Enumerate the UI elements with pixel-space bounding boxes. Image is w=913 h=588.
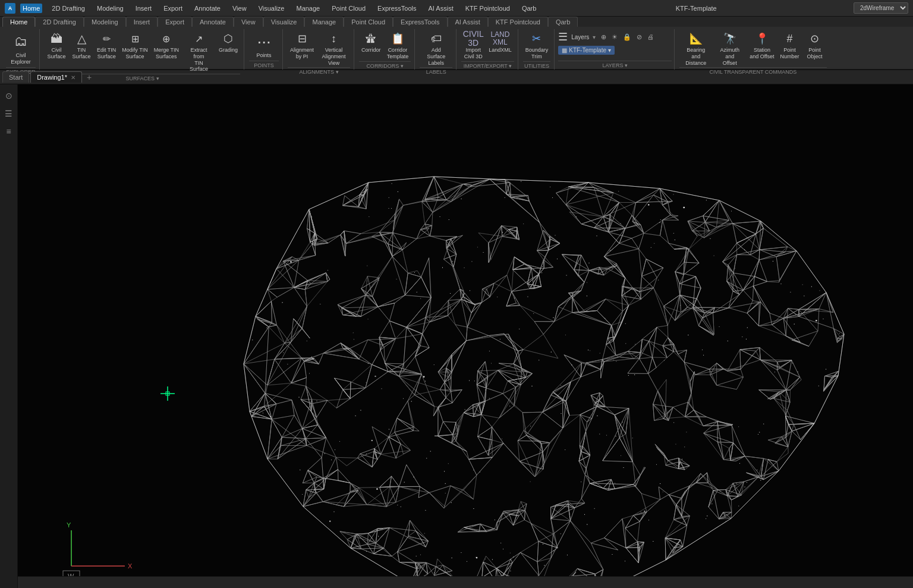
tab-add-button[interactable]: + [83,71,95,84]
alignment-by-pi-button[interactable]: ⊟ Alignmentby PI [288,30,316,61]
ribbon-tab-modeling[interactable]: Modeling [84,17,126,27]
points-button[interactable]: ·∙· Points [249,30,279,61]
ribbon-tab-export[interactable]: Export [158,17,192,27]
menu-2d-drafting[interactable]: 2D Drafting [49,4,87,13]
point-object-button[interactable]: ⊙ PointObject [803,30,827,61]
svg-point-1260 [509,405,510,406]
svg-point-1349 [396,279,397,279]
menu-home[interactable]: Home [20,4,42,13]
svg-point-1229 [379,280,379,281]
svg-point-1403 [653,541,653,542]
sidebar-nav-btn-3[interactable]: ≡ [2,125,15,138]
svg-point-1310 [333,511,334,512]
civil-surface-button[interactable]: 🏔 CivilSurface [45,30,68,61]
point-number-button[interactable]: # PointNumber [778,30,802,61]
svg-point-1218 [269,405,269,406]
add-surface-labels-button[interactable]: 🏷 Add SurfaceLabels [420,30,452,67]
sidebar-nav-btn-1[interactable]: ⊙ [2,89,15,102]
ribbon-tab-home[interactable]: Home [2,17,35,27]
svg-point-1377 [445,483,446,484]
civil-explorer-button[interactable]: 🗂 CivilExplorer [6,30,36,67]
merge-tin-button[interactable]: ⊕ Merge TINSurfaces [152,30,181,61]
layers-dropdown-arrow[interactable]: ▾ [593,34,596,40]
menu-annotate[interactable]: Annotate [192,4,223,13]
menu-qarb[interactable]: Qarb [520,4,539,13]
civil-3d-import-button[interactable]: CIVIL3D ImportCivil 3D [461,30,485,61]
menu-export[interactable]: Export [161,4,185,13]
tab-start[interactable]: Start [2,71,29,83]
svg-point-1250 [398,191,398,192]
tab-drawing1-close[interactable]: ✕ [71,74,75,81]
menu-ktf-pointcloud[interactable]: KTF Pointcloud [463,4,512,13]
view-mode-selector[interactable]: 2dWireframe [854,2,908,14]
layer-ctrl-2[interactable]: ☀ [610,33,619,42]
corridor-button[interactable]: 🛣 Corridor [359,30,383,55]
ribbon-tab-annotate[interactable]: Annotate [192,17,234,27]
modify-tin-button[interactable]: ⊞ Modify TINSurface [119,30,150,61]
layer-ctrl-3[interactable]: 🔒 [621,33,633,42]
svg-point-1154 [738,426,739,427]
svg-point-1270 [497,297,498,297]
svg-point-1363 [335,449,335,450]
azimuth-offset-button[interactable]: 🔭 Azimuth andOffset [713,30,746,67]
vertical-alignment-button[interactable]: ↕ VerticalAlignment View [317,30,350,67]
station-offset-label: Stationand Offset [750,47,774,60]
menu-visualize[interactable]: Visualize [256,4,287,13]
layer-ctrl-1[interactable]: ⊕ [599,33,608,42]
ktf-template-button[interactable]: ▦ KTF-Template ▾ [558,46,615,55]
edit-tin-button[interactable]: ✏ Edit TINSurface [95,30,118,61]
alignment-by-pi-label: Alignmentby PI [290,47,314,60]
tin-surface-icon: △ [74,32,89,46]
ribbon-tab-manage[interactable]: Manage [304,17,344,27]
svg-point-1322 [544,565,544,566]
grading-button[interactable]: ⬡ Grading [216,30,240,55]
svg-point-1216 [610,250,610,251]
tin-surface-button[interactable]: △ TINSurface [70,30,93,61]
menu-point-cloud[interactable]: Point Cloud [329,4,368,13]
menu-insert[interactable]: Insert [133,4,155,13]
ribbon-tab-visualize[interactable]: Visualize [263,17,305,27]
svg-point-1158 [401,507,401,507]
ribbon-tab-ktf[interactable]: KTF Pointcloud [488,17,548,27]
svg-point-1317 [726,521,726,522]
boundary-trim-button[interactable]: ✂ BoundaryTrim [523,30,551,61]
svg-point-1345 [557,259,558,259]
menu-view[interactable]: View [230,4,249,13]
svg-point-1337 [420,554,421,555]
corridors-group-label: CORRIDORS ▾ [359,61,411,70]
svg-point-1361 [320,304,320,304]
svg-point-1309 [425,510,426,511]
layer-ctrl-4[interactable]: ⊘ [635,33,644,42]
ribbon-tab-qarb[interactable]: Qarb [548,17,578,27]
point-object-icon: ⊙ [808,32,822,46]
svg-point-1292 [811,287,812,287]
station-offset-button[interactable]: 📍 Stationand Offset [747,30,776,61]
menu-modeling[interactable]: Modeling [95,4,126,13]
ribbon-tab-aiassist[interactable]: AI Assist [448,17,488,27]
modify-tin-icon: ⊞ [128,32,142,46]
svg-point-1324 [520,378,521,379]
svg-point-1386 [392,183,392,184]
ribbon-tab-2d-drafting[interactable]: 2D Drafting [35,17,84,27]
extract-tin-button[interactable]: ↗ Extract fromTIN Surface [182,30,215,74]
menu-expresstools[interactable]: ExpressTools [375,4,418,13]
svg-point-1328 [300,470,300,470]
ribbon-tab-insert[interactable]: Insert [126,17,158,27]
menu-ai-assist[interactable]: AI Assist [426,4,456,13]
landxml-button[interactable]: LANDXML LandXML [486,30,514,55]
svg-point-1355 [660,483,660,484]
ribbon-tab-expresstools[interactable]: ExpressTools [393,17,447,27]
svg-point-1246 [366,454,367,454]
svg-point-1330 [329,520,330,521]
layer-ctrl-5[interactable]: 🖨 [646,33,656,42]
sidebar-nav-btn-2[interactable]: ☰ [2,107,15,120]
corridor-template-button[interactable]: 📋 CorridorTemplate [385,30,411,61]
ribbon-tab-view[interactable]: View [234,17,263,27]
ribbon-tab-pointcloud[interactable]: Point Cloud [344,17,393,27]
svg-point-1161 [376,488,377,489]
tab-drawing1[interactable]: Drawing1* ✕ [30,71,82,83]
menu-manage[interactable]: Manage [294,4,322,13]
bearing-distance-button[interactable]: 📐 Bearing andDistance [679,30,712,67]
canvas-area[interactable]: Y X W [18,84,913,588]
svg-point-1207 [252,339,253,340]
